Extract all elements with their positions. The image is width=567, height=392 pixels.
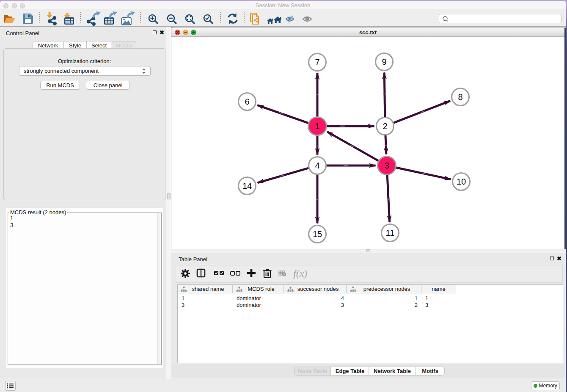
svg-text:15: 15 xyxy=(313,229,322,239)
svg-text:6: 6 xyxy=(245,97,249,106)
svg-text:14: 14 xyxy=(242,181,252,190)
svg-text:3: 3 xyxy=(384,161,389,170)
svg-text:7: 7 xyxy=(315,58,319,67)
svg-text:1: 1 xyxy=(315,121,319,131)
svg-text:11: 11 xyxy=(386,228,395,237)
svg-text:f(x): f(x) xyxy=(293,268,307,279)
svg-text:2: 2 xyxy=(383,121,387,131)
svg-text:4: 4 xyxy=(315,161,319,170)
svg-text:9: 9 xyxy=(382,57,386,66)
svg-text:10: 10 xyxy=(457,177,466,186)
svg-text:8: 8 xyxy=(458,92,462,102)
